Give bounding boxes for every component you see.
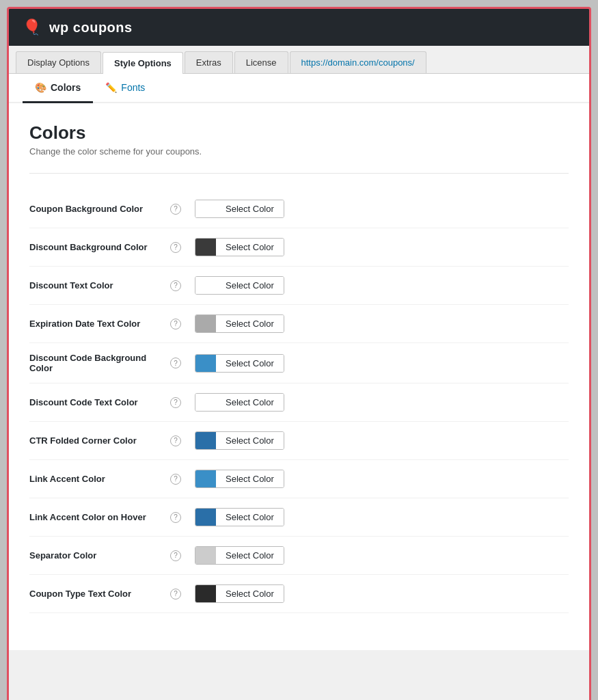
help-icon-discount-bg[interactable]: ? xyxy=(170,242,181,253)
color-label-discount-text: Discount Text Color xyxy=(29,280,166,291)
color-select-button-discount-code-bg[interactable]: Select Color xyxy=(216,355,284,372)
color-select-button-ctr-folded[interactable]: Select Color xyxy=(216,432,284,449)
color-picker-btn-coupon-type-text[interactable]: Select Color xyxy=(195,584,284,603)
color-select-button-separator[interactable]: Select Color xyxy=(216,547,284,564)
help-icon-discount-code-bg[interactable]: ? xyxy=(170,358,181,368)
color-label-coupon-type-text: Coupon Type Text Color xyxy=(29,589,166,599)
main-content: Colors Change the color scheme for your … xyxy=(9,103,589,650)
color-label-discount-bg: Discount Background Color xyxy=(29,242,166,252)
tab-bar: Display Options Style Options Extras Lic… xyxy=(9,46,589,74)
help-icon-separator[interactable]: ? xyxy=(170,550,181,561)
palette-icon: 🎨 xyxy=(35,82,46,93)
color-picker-btn-separator[interactable]: Select Color xyxy=(195,546,284,565)
color-swatch-discount-bg xyxy=(195,239,216,256)
help-icon-coupon-type-text[interactable]: ? xyxy=(170,589,181,600)
tab-url[interactable]: https://domain.com/coupons/ xyxy=(290,51,426,73)
color-label-discount-code-bg: Discount Code Background Color xyxy=(29,353,166,373)
color-select-button-expiration-text[interactable]: Select Color xyxy=(216,315,284,332)
color-row-coupon-type-text: Coupon Type Text Color ? Select Color xyxy=(29,575,569,613)
section-divider xyxy=(29,173,569,174)
color-picker-btn-link-accent[interactable]: Select Color xyxy=(195,470,284,488)
app-title: wp coupons xyxy=(49,20,133,36)
color-picker-btn-coupon-bg[interactable]: Select Color xyxy=(195,200,284,218)
color-picker-btn-expiration-text[interactable]: Select Color xyxy=(195,314,284,333)
tab-style-options[interactable]: Style Options xyxy=(103,52,183,74)
color-select-button-link-accent[interactable]: Select Color xyxy=(216,470,284,487)
help-icon-coupon-bg[interactable]: ? xyxy=(170,204,181,215)
sub-tab-colors[interactable]: 🎨 Colors xyxy=(23,74,93,103)
sub-tab-fonts[interactable]: ✏️ Fonts xyxy=(93,74,157,103)
tab-extras[interactable]: Extras xyxy=(185,51,233,73)
color-swatch-coupon-bg xyxy=(195,200,216,217)
help-icon-link-accent-hover[interactable]: ? xyxy=(170,512,181,523)
section-subtitle: Change the color scheme for your coupons… xyxy=(29,146,569,157)
color-swatch-coupon-type-text xyxy=(195,585,216,602)
color-swatch-discount-text xyxy=(195,277,216,294)
color-row-discount-code-text: Discount Code Text Color ? Select Color xyxy=(29,383,569,422)
help-icon-expiration-text[interactable]: ? xyxy=(170,319,181,329)
color-row-discount-text: Discount Text Color ? Select Color xyxy=(29,267,569,305)
color-select-button-coupon-type-text[interactable]: Select Color xyxy=(216,585,284,602)
color-row-expiration-text: Expiration Date Text Color ? Select Colo… xyxy=(29,305,569,343)
color-swatch-link-accent-hover xyxy=(195,509,216,526)
pencil-icon: ✏️ xyxy=(105,82,117,93)
color-label-expiration-text: Expiration Date Text Color xyxy=(29,319,166,329)
help-icon-discount-code-text[interactable]: ? xyxy=(170,397,181,408)
color-label-separator: Separator Color xyxy=(29,550,166,561)
color-picker-btn-discount-text[interactable]: Select Color xyxy=(195,276,284,295)
help-icon-ctr-folded[interactable]: ? xyxy=(170,435,181,446)
color-swatch-discount-code-bg xyxy=(195,355,216,372)
color-label-link-accent: Link Accent Color xyxy=(29,474,166,484)
app-wrapper: 🎈 wp coupons Display Options Style Optio… xyxy=(7,7,591,700)
color-swatch-ctr-folded xyxy=(195,432,216,449)
color-label-ctr-folded: CTR Folded Corner Color xyxy=(29,435,166,446)
sub-tab-bar: 🎨 Colors ✏️ Fonts xyxy=(9,74,589,103)
color-row-separator: Separator Color ? Select Color xyxy=(29,537,569,575)
color-swatch-separator xyxy=(195,547,216,564)
app-header: 🎈 wp coupons xyxy=(9,9,589,46)
color-select-button-coupon-bg[interactable]: Select Color xyxy=(216,200,284,217)
color-swatch-discount-code-text xyxy=(195,394,216,411)
color-swatch-link-accent xyxy=(195,470,216,487)
tab-license[interactable]: License xyxy=(234,51,288,73)
color-row-discount-bg: Discount Background Color ? Select Color xyxy=(29,228,569,267)
color-select-button-link-accent-hover[interactable]: Select Color xyxy=(216,509,284,526)
color-row-coupon-bg: Coupon Background Color ? Select Color xyxy=(29,190,569,228)
tab-display-options[interactable]: Display Options xyxy=(16,51,101,73)
color-picker-btn-ctr-folded[interactable]: Select Color xyxy=(195,431,284,450)
color-picker-btn-link-accent-hover[interactable]: Select Color xyxy=(195,508,284,526)
help-icon-link-accent[interactable]: ? xyxy=(170,474,181,485)
color-rows-container: Coupon Background Color ? Select Color D… xyxy=(29,190,569,613)
color-picker-btn-discount-code-bg[interactable]: Select Color xyxy=(195,354,284,373)
color-picker-btn-discount-code-text[interactable]: Select Color xyxy=(195,393,284,412)
color-select-button-discount-text[interactable]: Select Color xyxy=(216,277,284,294)
color-select-button-discount-code-text[interactable]: Select Color xyxy=(216,394,284,411)
app-logo-icon: 🎈 xyxy=(23,18,41,36)
section-title: Colors xyxy=(29,122,569,144)
color-row-discount-code-bg: Discount Code Background Color ? Select … xyxy=(29,343,569,383)
color-swatch-expiration-text xyxy=(195,315,216,332)
color-picker-btn-discount-bg[interactable]: Select Color xyxy=(195,238,284,256)
color-row-link-accent-hover: Link Accent Color on Hover ? Select Colo… xyxy=(29,498,569,537)
help-icon-discount-text[interactable]: ? xyxy=(170,280,181,291)
color-label-link-accent-hover: Link Accent Color on Hover xyxy=(29,512,166,522)
color-label-discount-code-text: Discount Code Text Color xyxy=(29,397,166,407)
color-row-ctr-folded: CTR Folded Corner Color ? Select Color xyxy=(29,422,569,460)
color-select-button-discount-bg[interactable]: Select Color xyxy=(216,239,284,256)
color-row-link-accent: Link Accent Color ? Select Color xyxy=(29,460,569,498)
color-label-coupon-bg: Coupon Background Color xyxy=(29,204,166,214)
